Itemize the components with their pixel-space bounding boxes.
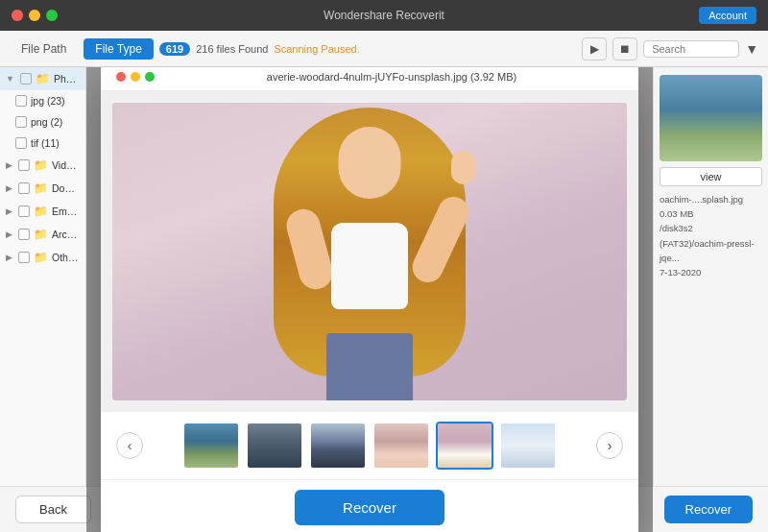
sidebar-item-email[interactable]: ▶ 📁 Email ( — [0, 200, 85, 223]
toolbar: File Path File Type 619 216 files Found … — [0, 31, 768, 67]
sidebar-label-document: Docum — [52, 182, 80, 194]
pause-button[interactable]: ⏹ — [612, 37, 637, 60]
filmstrip-prev-button[interactable]: ‹ — [116, 432, 143, 459]
filmstrip-images — [151, 422, 588, 470]
thumb-woman-pink-img — [438, 423, 492, 468]
sidebar-item-jpg[interactable]: jpg (23) — [0, 90, 85, 111]
sidebar-item-archive[interactable]: ▶ 📁 Archiv — [0, 223, 85, 246]
sidebar-item-others[interactable]: ▶ 📁 Others — [0, 246, 85, 269]
maximize-button[interactable] — [46, 10, 58, 21]
right-panel-filesize: 0.03 MB — [660, 206, 762, 221]
chevron-down-icon: ▼ — [6, 74, 14, 84]
tab-file-type[interactable]: File Type — [84, 38, 153, 60]
thumb-person-img — [374, 423, 428, 468]
modal-recover-button[interactable]: Recover — [295, 490, 444, 525]
right-panel-location: /disk3s2 (FAT32)/oachim-pressl-jqe... — [660, 221, 762, 265]
sidebar-item-document[interactable]: ▶ 📁 Docum — [0, 177, 85, 200]
chevron-right-icon: ▶ — [6, 160, 12, 170]
folder-icon-doc: 📁 — [34, 181, 48, 195]
close-button[interactable] — [12, 10, 23, 21]
checkbox-others[interactable] — [18, 252, 30, 263]
filmstrip-next-button[interactable]: › — [596, 432, 623, 459]
app-title: Wondershare Recoverit — [324, 9, 444, 22]
modal-overlay: averie-woodard-4nulm-jUYFo-unsplash.jpg … — [86, 67, 653, 532]
modal-footer: Recover — [101, 479, 638, 533]
white-top — [331, 223, 408, 309]
sidebar-label: Photo — [54, 73, 80, 85]
thumbnail-4[interactable] — [436, 422, 493, 470]
modal-body — [101, 91, 638, 412]
tab-file-path[interactable]: File Path — [10, 38, 78, 60]
modal-header: averie-woodard-4nulm-jUYFo-unsplash.jpg … — [101, 67, 638, 91]
modal-minimize-icon[interactable] — [131, 72, 140, 82]
right-hand — [451, 151, 475, 184]
checkbox-document[interactable] — [18, 182, 30, 194]
modal-filmstrip: ‹ — [101, 412, 638, 479]
folder-icon-archive: 📁 — [34, 228, 48, 241]
checkbox-png[interactable] — [15, 116, 27, 128]
preview-modal: averie-woodard-4nulm-jUYFo-unsplash.jpg … — [101, 67, 638, 532]
thumb-mountain-img — [248, 423, 301, 468]
checkbox-photo[interactable] — [20, 73, 32, 85]
sidebar: ▼ 📁 Photo jpg (23) png (2) tif (11) ▶ 📁 … — [0, 67, 86, 532]
sidebar-label-jpg: jpg (23) — [31, 95, 65, 107]
right-panel-thumbnail — [660, 75, 762, 161]
search-input[interactable] — [643, 40, 739, 58]
play-button[interactable]: ▶ — [582, 37, 607, 60]
checkbox-video[interactable] — [18, 159, 30, 171]
sidebar-label-png: png (2) — [31, 116, 62, 128]
back-button[interactable]: Back — [15, 496, 91, 523]
thumbnail-1[interactable] — [246, 422, 303, 470]
main-layout: ▼ 📁 Photo jpg (23) png (2) tif (11) ▶ 📁 … — [0, 67, 768, 532]
scan-status: Scanning Paused. — [274, 43, 359, 55]
sidebar-item-video[interactable]: ▶ 📁 Video ( — [0, 154, 85, 177]
folder-icon-video: 📁 — [34, 158, 48, 172]
sidebar-label-archive: Archiv — [52, 229, 80, 240]
title-bar: Wondershare Recoverit Account — [0, 0, 768, 31]
thumb-drone-img — [501, 423, 555, 468]
sidebar-item-photo[interactable]: ▼ 📁 Photo — [0, 67, 85, 90]
account-button[interactable]: Account — [699, 7, 756, 24]
right-panel-filename: oachim-....splash.jpg — [660, 192, 762, 206]
chevron-right-icon-archive: ▶ — [6, 230, 12, 239]
thumbnail-0[interactable] — [182, 422, 240, 470]
minimize-button[interactable] — [29, 10, 40, 21]
checkbox-email[interactable] — [18, 206, 30, 217]
folder-icon: 📁 — [36, 72, 50, 85]
preview-image-content — [112, 103, 627, 400]
recover-main-button[interactable]: Recover — [664, 496, 753, 523]
chevron-right-icon-doc: ▶ — [6, 183, 12, 193]
sidebar-item-tif[interactable]: tif (11) — [0, 133, 85, 154]
lake-thumbnail-image — [660, 75, 762, 161]
folder-icon-others: 📁 — [34, 251, 48, 264]
right-panel-date: 7-13-2020 — [660, 265, 762, 279]
thumb-city-img — [311, 423, 365, 468]
sidebar-label-email: Email ( — [52, 206, 80, 217]
file-info: oachim-....splash.jpg 0.03 MB /disk3s2 (… — [660, 192, 762, 279]
files-found-label: 216 files Found — [196, 43, 268, 55]
modal-close-icon[interactable] — [116, 72, 126, 82]
thumbnail-3[interactable] — [372, 422, 430, 470]
checkbox-archive[interactable] — [18, 229, 30, 240]
sidebar-item-png[interactable]: png (2) — [0, 111, 85, 133]
preview-image — [112, 103, 627, 400]
chevron-right-icon-email: ▶ — [6, 206, 12, 216]
modal-traffic-lights — [116, 72, 155, 82]
traffic-lights — [12, 10, 58, 21]
preview-button[interactable]: view — [660, 167, 762, 186]
thumbnail-5[interactable] — [499, 422, 557, 470]
checkbox-jpg[interactable] — [15, 95, 27, 107]
chevron-right-icon-others: ▶ — [6, 253, 12, 262]
scan-badge: 619 — [159, 42, 190, 56]
sidebar-label-video: Video ( — [52, 159, 80, 171]
head — [339, 127, 401, 199]
checkbox-tif[interactable] — [15, 137, 27, 149]
thumbnail-2[interactable] — [309, 422, 367, 470]
toolbar-icons: ▶ ⏹ ▼ — [582, 37, 758, 60]
folder-icon-email: 📁 — [34, 205, 48, 218]
filter-button[interactable]: ▼ — [745, 41, 758, 57]
thumb-lake-img — [184, 423, 238, 468]
jeans — [326, 333, 413, 400]
modal-expand-icon[interactable] — [145, 72, 155, 82]
sidebar-label-others: Others — [52, 252, 80, 263]
